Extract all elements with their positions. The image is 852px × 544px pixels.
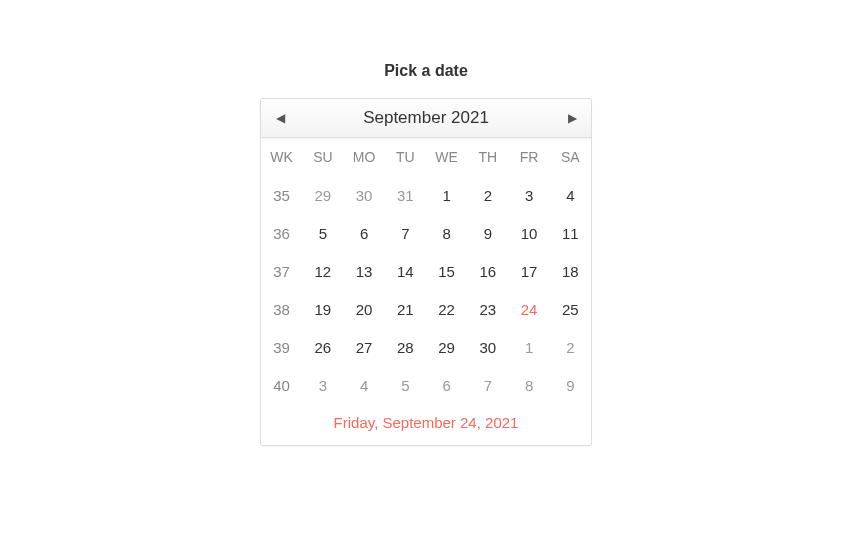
calendar-header: ◀ September 2021 ▶ bbox=[261, 99, 591, 138]
day-cell-other-month[interactable]: 1 bbox=[509, 328, 550, 366]
day-cell[interactable]: 17 bbox=[509, 252, 550, 290]
day-cell[interactable]: 10 bbox=[509, 214, 550, 252]
day-cell-other-month[interactable]: 2 bbox=[550, 328, 591, 366]
next-month-button[interactable]: ▶ bbox=[553, 99, 591, 137]
day-cell-other-month[interactable]: 3 bbox=[302, 366, 343, 404]
day-cell[interactable]: 26 bbox=[302, 328, 343, 366]
day-cell[interactable]: 13 bbox=[344, 252, 385, 290]
col-wk: WK bbox=[261, 138, 302, 176]
week-number: 40 bbox=[261, 366, 302, 404]
day-cell[interactable]: 15 bbox=[426, 252, 467, 290]
col-fr: FR bbox=[509, 138, 550, 176]
day-cell-other-month[interactable]: 29 bbox=[302, 176, 343, 214]
week-number: 36 bbox=[261, 214, 302, 252]
prev-month-button[interactable]: ◀ bbox=[261, 99, 299, 137]
day-cell[interactable]: 9 bbox=[467, 214, 508, 252]
calendar-row: 3712131415161718 bbox=[261, 252, 591, 290]
col-sa: SA bbox=[550, 138, 591, 176]
day-cell-other-month[interactable]: 6 bbox=[426, 366, 467, 404]
calendar-row: 352930311234 bbox=[261, 176, 591, 214]
day-cell[interactable]: 23 bbox=[467, 290, 508, 328]
day-cell-other-month[interactable]: 9 bbox=[550, 366, 591, 404]
day-cell[interactable]: 7 bbox=[385, 214, 426, 252]
day-cell-other-month[interactable]: 31 bbox=[385, 176, 426, 214]
day-cell[interactable]: 30 bbox=[467, 328, 508, 366]
day-cell-today[interactable]: 24 bbox=[509, 290, 550, 328]
day-cell[interactable]: 22 bbox=[426, 290, 467, 328]
day-cell[interactable]: 11 bbox=[550, 214, 591, 252]
col-we: WE bbox=[426, 138, 467, 176]
col-mo: MO bbox=[344, 138, 385, 176]
day-cell[interactable]: 28 bbox=[385, 328, 426, 366]
week-number: 37 bbox=[261, 252, 302, 290]
col-su: SU bbox=[302, 138, 343, 176]
calendar-row: 3819202122232425 bbox=[261, 290, 591, 328]
day-cell-other-month[interactable]: 7 bbox=[467, 366, 508, 404]
day-cell[interactable]: 12 bbox=[302, 252, 343, 290]
day-cell[interactable]: 6 bbox=[344, 214, 385, 252]
day-cell[interactable]: 3 bbox=[509, 176, 550, 214]
page-title: Pick a date bbox=[384, 62, 468, 80]
day-cell[interactable]: 8 bbox=[426, 214, 467, 252]
col-th: TH bbox=[467, 138, 508, 176]
day-cell-other-month[interactable]: 8 bbox=[509, 366, 550, 404]
calendar-row: 39262728293012 bbox=[261, 328, 591, 366]
day-cell[interactable]: 27 bbox=[344, 328, 385, 366]
month-year-label[interactable]: September 2021 bbox=[363, 108, 489, 128]
day-cell[interactable]: 25 bbox=[550, 290, 591, 328]
day-cell[interactable]: 1 bbox=[426, 176, 467, 214]
day-cell[interactable]: 20 bbox=[344, 290, 385, 328]
week-number: 39 bbox=[261, 328, 302, 366]
date-picker: ◀ September 2021 ▶ WK SU MO TU WE TH FR … bbox=[260, 98, 592, 446]
triangle-right-icon: ▶ bbox=[568, 111, 577, 125]
selected-date-label: Friday, September 24, 2021 bbox=[261, 404, 591, 445]
day-cell[interactable]: 29 bbox=[426, 328, 467, 366]
day-cell[interactable]: 2 bbox=[467, 176, 508, 214]
triangle-left-icon: ◀ bbox=[276, 111, 285, 125]
calendar-row: 36567891011 bbox=[261, 214, 591, 252]
day-cell[interactable]: 21 bbox=[385, 290, 426, 328]
day-header-row: WK SU MO TU WE TH FR SA bbox=[261, 138, 591, 176]
day-cell[interactable]: 16 bbox=[467, 252, 508, 290]
day-cell[interactable]: 18 bbox=[550, 252, 591, 290]
col-tu: TU bbox=[385, 138, 426, 176]
day-cell-other-month[interactable]: 5 bbox=[385, 366, 426, 404]
calendar-grid: WK SU MO TU WE TH FR SA 3529303112343656… bbox=[261, 138, 591, 404]
day-cell-other-month[interactable]: 30 bbox=[344, 176, 385, 214]
day-cell-other-month[interactable]: 4 bbox=[344, 366, 385, 404]
day-cell[interactable]: 14 bbox=[385, 252, 426, 290]
week-number: 35 bbox=[261, 176, 302, 214]
day-cell[interactable]: 4 bbox=[550, 176, 591, 214]
day-cell[interactable]: 19 bbox=[302, 290, 343, 328]
calendar-row: 403456789 bbox=[261, 366, 591, 404]
day-cell[interactable]: 5 bbox=[302, 214, 343, 252]
week-number: 38 bbox=[261, 290, 302, 328]
